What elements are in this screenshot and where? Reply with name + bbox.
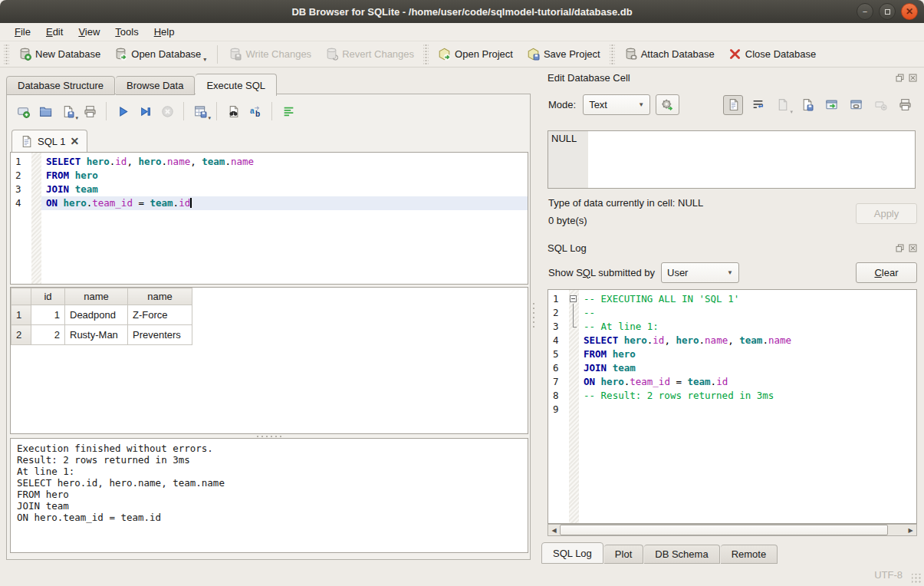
autocomplete-icon[interactable]: ab <box>245 101 265 121</box>
resize-grip[interactable] <box>912 574 922 584</box>
column-header-name[interactable]: name <box>128 288 192 305</box>
tab-sql-1[interactable]: SQL 1 ✕ <box>12 130 87 152</box>
toolbar-button-label: Open Database <box>131 48 201 60</box>
scroll-left-icon[interactable]: ◀ <box>548 525 560 535</box>
open-external-icon[interactable] <box>821 95 841 115</box>
bottom-tab-sql-log[interactable]: SQL Log <box>541 542 603 564</box>
menu-edit[interactable]: Edit <box>39 25 70 39</box>
open-project-icon <box>438 48 451 61</box>
execution-message-area[interactable]: Execution finished without errors.Result… <box>10 438 528 553</box>
code-line: 7ON hero.team_id = team.id <box>548 375 916 389</box>
line-number: 3 <box>11 183 31 196</box>
word-wrap-icon[interactable] <box>748 95 768 115</box>
print-cell-icon[interactable] <box>895 95 915 115</box>
toolbar-handle[interactable] <box>423 44 429 64</box>
apply-button[interactable]: Apply <box>856 203 917 224</box>
cell-content-editor[interactable]: NULL <box>547 130 916 189</box>
toolbar-handle[interactable] <box>4 44 9 64</box>
print-sql-icon[interactable] <box>80 101 100 121</box>
sql-editor[interactable]: 1SELECT hero.id, hero.name, team.name2FR… <box>10 152 528 285</box>
set-null-icon[interactable] <box>870 95 890 115</box>
revert-changes-button[interactable]: Revert Changes <box>318 43 421 66</box>
tab-execute-sql[interactable]: Execute SQL <box>196 74 277 96</box>
find-replace-icon[interactable] <box>223 101 243 121</box>
attach-database-icon <box>624 48 637 61</box>
chevron-down-icon[interactable]: ▾ <box>203 56 206 66</box>
save-results-icon[interactable]: ▾ <box>190 101 210 121</box>
close-database-button[interactable]: Close Database <box>722 43 824 66</box>
save-project-button[interactable]: Save Project <box>520 43 607 66</box>
cell[interactable]: Rusty-Man <box>65 325 128 345</box>
titlebar[interactable]: DB Browser for SQLite - /home/user/code/… <box>0 0 924 23</box>
cell[interactable]: Deadpond <box>65 305 128 325</box>
close-panel-icon[interactable] <box>908 243 918 253</box>
line-number: 3 <box>548 320 569 334</box>
results-grid[interactable]: idnamename11DeadpondZ-Force22Rusty-ManPr… <box>10 287 528 434</box>
cell[interactable]: 1 <box>31 305 65 325</box>
text-mode-icon[interactable] <box>723 95 743 115</box>
menu-tools[interactable]: Tools <box>108 25 145 39</box>
fold-collapse-icon[interactable] <box>570 295 577 302</box>
cell-settings-button[interactable] <box>656 94 679 115</box>
import-data-icon[interactable]: ▾ <box>772 95 792 115</box>
execute-all-icon[interactable] <box>113 101 133 121</box>
menu-file[interactable]: File <box>8 25 38 39</box>
submitter-select[interactable]: User ▼ <box>661 262 739 283</box>
code-text: FROM hero <box>41 169 528 183</box>
new-database-button[interactable]: New Database <box>12 43 107 66</box>
minimize-icon[interactable]: − <box>857 3 873 20</box>
bottom-tab-remote[interactable]: Remote <box>721 545 778 564</box>
cell[interactable]: Preventers <box>128 325 192 345</box>
close-tab-icon[interactable]: ✕ <box>70 135 79 147</box>
code-line: 4SELECT hero.id, hero.name, team.name <box>548 334 916 347</box>
main-tab-bar: Database StructureBrowse DataExecute SQL <box>6 73 278 95</box>
link-data-icon[interactable] <box>846 95 866 115</box>
format-sql-icon[interactable] <box>278 101 298 121</box>
scroll-right-icon[interactable]: ▶ <box>905 525 916 535</box>
export-data-icon[interactable] <box>797 95 817 115</box>
toolbar-button-label: Save Project <box>544 48 600 60</box>
menu-help[interactable]: Help <box>147 25 182 39</box>
panel-splitter[interactable] <box>532 301 538 332</box>
close-database-icon <box>728 48 742 61</box>
cell[interactable]: Z-Force <box>128 305 192 325</box>
write-changes-button[interactable]: Write Changes <box>222 43 318 66</box>
open-new-tab-icon[interactable] <box>13 101 33 121</box>
clear-log-button[interactable]: Clear <box>856 262 917 283</box>
row-number[interactable]: 1 <box>12 305 31 325</box>
cell[interactable]: 2 <box>31 325 65 345</box>
float-panel-icon[interactable] <box>895 243 905 253</box>
results-table: idnamename11DeadpondZ-Force22Rusty-ManPr… <box>11 288 192 345</box>
attach-database-button[interactable]: Attach Database <box>617 43 722 66</box>
log-horizontal-scrollbar[interactable]: ◀ ▶ <box>547 524 917 536</box>
float-panel-icon[interactable] <box>895 73 905 83</box>
bottom-tab-db-schema[interactable]: DB Schema <box>644 545 719 564</box>
bottom-tab-plot[interactable]: Plot <box>604 545 643 564</box>
save-sql-file-icon[interactable]: ▾ <box>58 101 77 121</box>
tab-database-structure[interactable]: Database Structure <box>6 76 115 95</box>
toolbar-button-label: Revert Changes <box>342 48 414 60</box>
close-panel-icon[interactable] <box>908 73 918 83</box>
open-database-button[interactable]: Open Database▾ <box>107 43 213 66</box>
toolbar-separator <box>183 102 184 120</box>
sql-log-view[interactable]: 1-- EXECUTING ALL IN 'SQL 1'2--3-- At li… <box>547 289 917 524</box>
bottom-tab-bar: SQL LogPlotDB SchemaRemote <box>541 542 778 564</box>
open-project-button[interactable]: Open Project <box>431 43 520 66</box>
open-sql-file-icon[interactable] <box>35 101 55 121</box>
mode-select[interactable]: Text ▼ <box>583 94 650 115</box>
cell-size-info: 0 byte(s) <box>548 215 587 226</box>
column-header-id[interactable]: id <box>31 288 65 305</box>
toolbar-separator <box>217 45 218 64</box>
row-number[interactable]: 2 <box>12 325 31 345</box>
close-icon[interactable]: ✕ <box>901 3 918 20</box>
tab-browse-data[interactable]: Browse Data <box>116 76 195 95</box>
column-header-name[interactable]: name <box>65 288 128 305</box>
menu-view[interactable]: View <box>71 25 107 39</box>
execute-line-icon[interactable] <box>135 101 155 121</box>
stop-icon[interactable] <box>157 101 177 121</box>
scrollbar-thumb[interactable] <box>560 525 888 535</box>
code-line: 5FROM hero <box>548 347 916 361</box>
maximize-icon[interactable] <box>879 3 896 20</box>
message-line: ON hero.team_id = team.id <box>17 512 521 523</box>
toolbar-handle[interactable] <box>610 44 615 64</box>
